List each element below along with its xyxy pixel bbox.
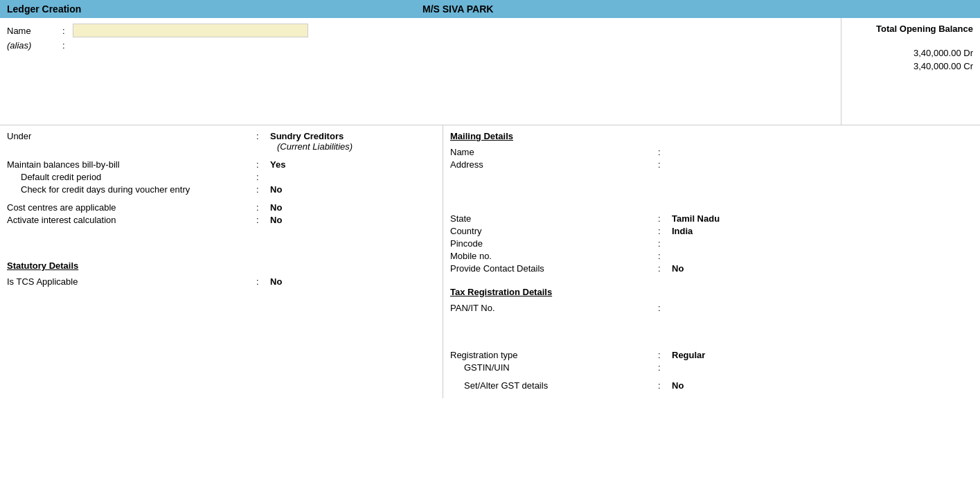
state-colon: :	[658, 213, 672, 224]
mobile-label: Mobile no.	[450, 251, 658, 261]
gstin-row: GSTIN/UIN :	[450, 362, 973, 373]
is-tcs-row: Is TCS Applicable : No	[7, 276, 436, 287]
provide-contact-row: Provide Contact Details : No	[450, 263, 973, 274]
country-label: Country	[450, 226, 658, 236]
gstin-label: GSTIN/UIN	[450, 362, 658, 373]
cost-centres-row: Cost centres are applicable : No	[7, 202, 436, 213]
check-credit-colon: :	[256, 184, 270, 195]
mailing-title: Mailing Details	[450, 131, 973, 141]
is-tcs-label: Is TCS Applicable	[7, 276, 256, 287]
activate-interest-label: Activate interest calculation	[7, 215, 256, 225]
right-panel: Mailing Details Name : Address : State :…	[443, 125, 980, 398]
check-credit-label: Check for credit days during voucher ent…	[7, 184, 256, 195]
country-value: India	[672, 226, 693, 236]
pincode-colon: :	[658, 238, 672, 249]
check-credit-value: No	[270, 184, 282, 195]
mailing-address-label: Address	[450, 159, 658, 170]
mailing-name-colon: :	[658, 147, 672, 157]
mobile-colon: :	[658, 251, 672, 261]
default-credit-colon: :	[256, 172, 270, 182]
set-alter-value: No	[672, 380, 684, 391]
mailing-address-colon: :	[658, 159, 672, 170]
set-alter-label: Set/Alter GST details	[450, 380, 658, 391]
name-label: Name	[7, 26, 62, 36]
mobile-row: Mobile no. :	[450, 251, 973, 261]
header-bar: Ledger Creation M/S SIVA PARK	[0, 0, 980, 18]
alias-label: (alias)	[7, 40, 62, 51]
check-credit-row: Check for credit days during voucher ent…	[7, 184, 436, 195]
under-colon: :	[256, 131, 270, 141]
is-tcs-colon: :	[256, 276, 270, 287]
cost-centres-label: Cost centres are applicable	[7, 202, 256, 213]
maintain-label: Maintain balances bill-by-bill	[7, 159, 256, 170]
left-panel: Under : Sundry Creditors (Current Liabil…	[0, 125, 443, 398]
name-input[interactable]	[73, 24, 308, 37]
set-alter-colon: :	[658, 380, 672, 391]
maintain-colon: :	[256, 159, 270, 170]
balance-dr: 3,40,000.00 Dr	[848, 48, 973, 58]
mailing-name-label: Name	[450, 147, 658, 157]
main-content: Under : Sundry Creditors (Current Liabil…	[0, 125, 980, 398]
provide-contact-colon: :	[658, 263, 672, 274]
gstin-colon: :	[658, 362, 672, 373]
reg-type-label: Registration type	[450, 350, 658, 360]
mailing-name-row: Name :	[450, 147, 973, 157]
name-row: Name :	[7, 24, 834, 37]
alias-colon: :	[62, 40, 73, 51]
pan-row: PAN/IT No. :	[450, 303, 973, 313]
state-row: State : Tamil Nadu	[450, 213, 973, 224]
title-center: M/S SIVA PARK	[422, 3, 493, 15]
under-sub: (Current Liabilities)	[270, 141, 353, 152]
state-label: State	[450, 213, 658, 224]
maintain-value: Yes	[270, 159, 285, 170]
under-value: Sundry Creditors (Current Liabilities)	[270, 131, 353, 152]
activate-interest-colon: :	[256, 215, 270, 225]
under-row: Under : Sundry Creditors (Current Liabil…	[7, 131, 436, 152]
provide-contact-value: No	[672, 263, 684, 274]
default-credit-row: Default credit period :	[7, 172, 436, 182]
top-section: Name : (alias) : Total Opening Balance 3…	[0, 18, 980, 125]
reg-type-value: Regular	[672, 350, 705, 360]
balance-cr: 3,40,000.00 Cr	[848, 61, 973, 71]
tax-title: Tax Registration Details	[450, 287, 973, 297]
reg-type-colon: :	[658, 350, 672, 360]
country-colon: :	[658, 226, 672, 236]
pincode-row: Pincode :	[450, 238, 973, 249]
pan-label: PAN/IT No.	[450, 303, 658, 313]
maintain-row: Maintain balances bill-by-bill : Yes	[7, 159, 436, 170]
cost-centres-value: No	[270, 202, 282, 213]
alias-row: (alias) :	[7, 40, 834, 51]
title-left: Ledger Creation	[7, 3, 81, 15]
under-label: Under	[7, 131, 256, 141]
state-value: Tamil Nadu	[672, 213, 720, 224]
country-row: Country : India	[450, 226, 973, 236]
top-left-panel: Name : (alias) :	[0, 18, 841, 125]
activate-interest-row: Activate interest calculation : No	[7, 215, 436, 225]
default-credit-label: Default credit period	[7, 172, 256, 182]
pan-colon: :	[658, 303, 672, 313]
set-alter-row: Set/Alter GST details : No	[450, 380, 973, 391]
total-opening-label: Total Opening Balance	[848, 24, 973, 34]
pincode-label: Pincode	[450, 238, 658, 249]
statutory-title: Statutory Details	[7, 260, 436, 271]
is-tcs-value: No	[270, 276, 282, 287]
cost-centres-colon: :	[256, 202, 270, 213]
activate-interest-value: No	[270, 215, 282, 225]
provide-contact-label: Provide Contact Details	[450, 263, 658, 274]
top-right-panel: Total Opening Balance 3,40,000.00 Dr 3,4…	[841, 18, 980, 125]
name-colon: :	[62, 26, 73, 36]
mailing-address-row: Address :	[450, 159, 973, 170]
reg-type-row: Registration type : Regular	[450, 350, 973, 360]
